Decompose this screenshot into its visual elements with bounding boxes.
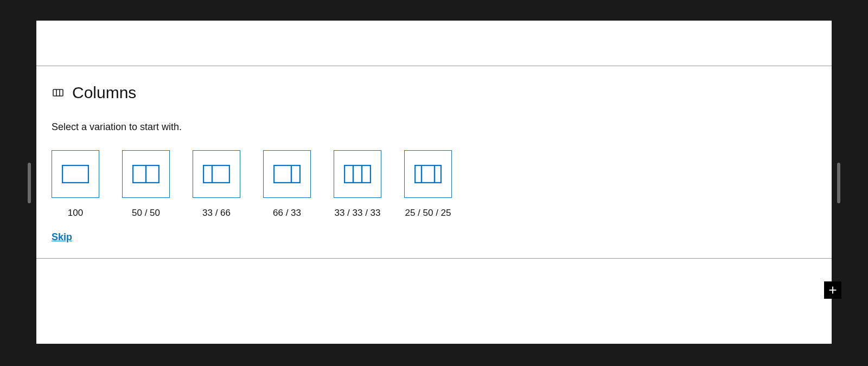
variation-icon-33-33-33 [334, 150, 381, 198]
resize-handle-right[interactable] [837, 163, 840, 203]
variation-icon-33-66 [193, 150, 240, 198]
variation-33-66[interactable]: 33 / 66 [193, 150, 240, 219]
variation-icon-50-50 [122, 150, 170, 198]
empty-section-bottom [36, 259, 832, 335]
variation-instruction: Select a variation to start with. [52, 121, 816, 133]
variation-label: 100 [68, 208, 83, 219]
columns-block-placeholder: Columns Select a variation to start with… [36, 66, 832, 259]
resize-handle-left[interactable] [28, 163, 31, 203]
block-header: Columns [52, 84, 816, 102]
variation-icon-100 [52, 150, 99, 198]
editor-canvas: Columns Select a variation to start with… [36, 21, 832, 344]
svg-rect-3 [62, 165, 88, 183]
skip-link[interactable]: Skip [52, 232, 72, 243]
svg-rect-0 [53, 89, 63, 96]
svg-rect-13 [415, 165, 441, 183]
variation-66-33[interactable]: 66 / 33 [263, 150, 311, 219]
variation-100[interactable]: 100 [52, 150, 99, 219]
svg-rect-8 [274, 165, 300, 183]
variation-icon-25-50-25 [404, 150, 452, 198]
svg-rect-10 [344, 165, 371, 183]
variation-33-33-33[interactable]: 33 / 33 / 33 [334, 150, 381, 219]
variation-50-50[interactable]: 50 / 50 [122, 150, 170, 219]
variations-list: 100 50 / 50 33 / 66 [52, 150, 816, 219]
variation-label: 33 / 33 / 33 [334, 208, 380, 219]
svg-rect-6 [203, 165, 229, 183]
variation-label: 66 / 33 [273, 208, 301, 219]
variation-label: 33 / 66 [202, 208, 231, 219]
columns-icon [52, 86, 65, 99]
variation-label: 50 / 50 [132, 208, 160, 219]
variation-25-50-25[interactable]: 25 / 50 / 25 [404, 150, 452, 219]
variation-icon-66-33 [263, 150, 311, 198]
add-block-button[interactable] [824, 281, 841, 299]
block-title: Columns [72, 84, 136, 102]
plus-icon [827, 284, 839, 296]
empty-section-top [36, 21, 832, 66]
variation-label: 25 / 50 / 25 [405, 208, 451, 219]
